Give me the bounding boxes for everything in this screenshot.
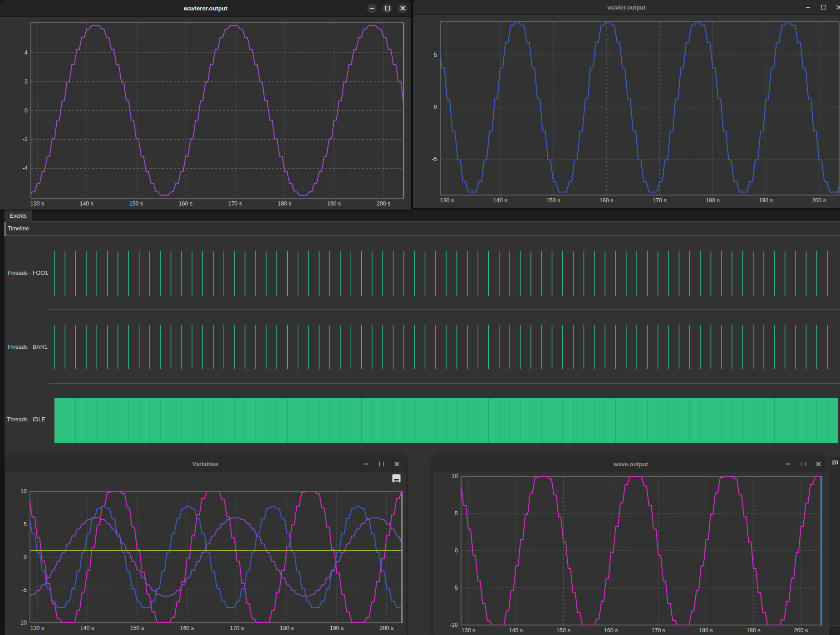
svg-text:180 s: 180 s [280, 625, 294, 631]
svg-text:-5: -5 [453, 585, 458, 591]
wavier-chart[interactable]: 130 s140 s150 s160 s170 s180 s190 s200 s… [413, 15, 840, 208]
svg-text:140 s: 140 s [493, 197, 507, 204]
minimize-button[interactable] [367, 4, 377, 13]
svg-text:0: 0 [25, 107, 28, 114]
maximize-icon [821, 5, 826, 10]
svg-text:130 s: 130 s [30, 625, 44, 631]
svg-text:-10: -10 [450, 622, 458, 628]
wave-chart[interactable]: 130 s140 s150 s160 s170 s180 s190 s200 s… [433, 472, 829, 635]
close-icon [836, 5, 840, 10]
minimize-button[interactable] [803, 3, 813, 12]
chart-area: 130 s140 s150 s160 s170 s180 s190 s200 s… [433, 472, 829, 635]
close-icon [400, 6, 405, 11]
svg-text:-5: -5 [22, 587, 27, 593]
chart-area: 130 s140 s150 s160 s170 s180 s190 s200 s… [0, 16, 411, 210]
window-wavier-output: wavier.output 130 s140 s150 s160 s170 s1… [413, 0, 840, 208]
chart-area: 130 s140 s150 s160 s170 s180 s190 s200 s… [413, 15, 840, 208]
window-title: wave.output [433, 460, 829, 467]
thread-row-label-idle: Threads · IDLE [7, 416, 45, 423]
svg-text:140 s: 140 s [509, 627, 523, 634]
svg-text:5: 5 [455, 510, 458, 517]
svg-text:190 s: 190 s [747, 627, 761, 634]
timeline-canvas[interactable] [5, 210, 840, 464]
timeline-section-header: Timeline [5, 222, 840, 236]
svg-text:150 s: 150 s [129, 200, 143, 207]
list-icon[interactable] [392, 474, 401, 483]
svg-text:10: 10 [452, 473, 458, 479]
close-icon [816, 461, 821, 466]
svg-text:5: 5 [434, 52, 437, 58]
maximize-icon [801, 462, 806, 466]
window-title: Variables [5, 460, 406, 467]
svg-text:0: 0 [455, 547, 458, 554]
tab-events[interactable]: Events [5, 210, 32, 222]
thread-row-label-foo1: Threads · FOO1 [7, 270, 48, 276]
minimize-icon [786, 464, 790, 464]
fragment-title: 20 [829, 456, 840, 466]
svg-text:150 s: 150 s [556, 627, 570, 634]
svg-text:-4: -4 [23, 165, 28, 171]
svg-text:160 s: 160 s [604, 627, 618, 634]
svg-text:190 s: 190 s [330, 625, 344, 631]
maximize-button[interactable] [377, 459, 386, 469]
svg-text:130 s: 130 s [440, 197, 454, 204]
svg-text:160 s: 160 s [599, 197, 614, 204]
window-titlebar[interactable]: Variables [5, 456, 406, 472]
window-title: wavierer.output [0, 5, 411, 12]
variables-chart[interactable]: 130 s140 s150 s160 s170 s180 s190 s200 s… [5, 472, 406, 635]
background-window-fragment: 20 [829, 456, 840, 635]
maximize-icon [385, 6, 390, 10]
maximize-button[interactable] [819, 3, 828, 12]
svg-text:170 s: 170 s [653, 197, 667, 204]
maximize-icon [379, 462, 384, 466]
svg-text:5: 5 [24, 521, 27, 528]
svg-text:0: 0 [24, 554, 27, 560]
chart-area: 130 s140 s150 s160 s170 s180 s190 s200 s… [5, 472, 406, 635]
svg-text:0: 0 [434, 104, 437, 110]
close-button[interactable] [398, 4, 408, 13]
svg-text:190 s: 190 s [759, 197, 773, 204]
maximize-button[interactable] [383, 4, 392, 13]
desktop-strip-left [0, 210, 5, 635]
minimize-button[interactable] [361, 459, 371, 469]
wavierer-chart[interactable]: 130 s140 s150 s160 s170 s180 s190 s200 s… [0, 16, 411, 210]
minimize-icon [364, 464, 368, 464]
minimize-button[interactable] [783, 459, 792, 469]
svg-text:-10: -10 [19, 620, 27, 626]
thread-row-label-bar1: Threads · BAR1 [7, 344, 48, 350]
svg-text:-5: -5 [432, 156, 437, 162]
svg-text:140 s: 140 s [80, 625, 94, 631]
svg-text:180 s: 180 s [278, 200, 292, 207]
window-titlebar[interactable]: wave.output [433, 456, 829, 472]
svg-text:130 s: 130 s [462, 627, 476, 634]
svg-text:4: 4 [25, 49, 28, 56]
window-wavierer-output: wavierer.output 130 s140 s150 s160 s170 … [0, 0, 411, 210]
close-button[interactable] [834, 3, 840, 12]
minimize-icon [806, 7, 810, 8]
svg-text:130 s: 130 s [30, 200, 44, 207]
svg-text:180 s: 180 s [706, 197, 720, 204]
svg-text:190 s: 190 s [327, 200, 341, 207]
svg-text:-2: -2 [23, 136, 28, 142]
window-titlebar[interactable]: wavierer.output [0, 0, 411, 17]
svg-text:150 s: 150 s [546, 197, 560, 204]
svg-text:2: 2 [25, 78, 28, 85]
window-title: wavier.output [413, 4, 840, 11]
svg-text:200 s: 200 s [812, 197, 826, 204]
close-icon [394, 461, 399, 466]
close-button[interactable] [814, 459, 823, 469]
fragment-bottom-band [829, 625, 840, 635]
events-tab-bar: Events [5, 210, 840, 222]
svg-text:10: 10 [20, 488, 27, 494]
svg-text:150 s: 150 s [130, 625, 144, 631]
svg-text:160 s: 160 s [179, 200, 193, 207]
window-wave-output: wave.output 130 s140 s150 s160 s170 s180… [433, 456, 829, 635]
window-titlebar[interactable]: wavier.output [413, 0, 840, 15]
window-variables: Variables 130 s140 s150 s160 s170 s180 s… [5, 456, 406, 635]
svg-text:170 s: 170 s [228, 200, 242, 207]
svg-text:140 s: 140 s [80, 200, 94, 207]
maximize-button[interactable] [798, 459, 808, 469]
svg-text:180 s: 180 s [699, 627, 713, 634]
close-button[interactable] [392, 459, 402, 469]
svg-text:200 s: 200 s [377, 200, 391, 207]
